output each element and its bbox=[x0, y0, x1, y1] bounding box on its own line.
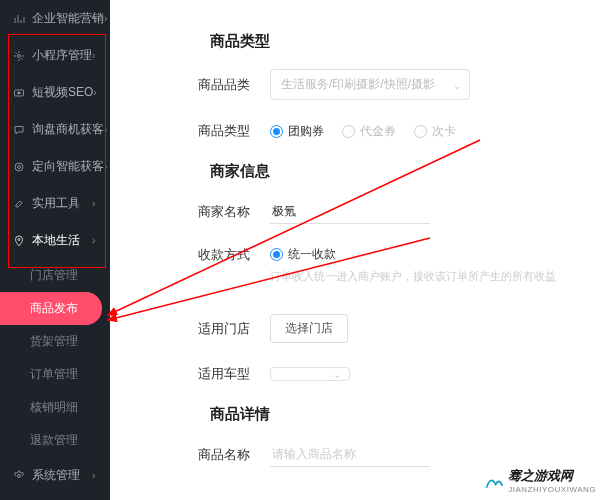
subnav-order-mgmt[interactable]: 订单管理 bbox=[0, 358, 110, 391]
nav-targeted-leads[interactable]: 定向智能获客 › bbox=[0, 148, 110, 185]
target-icon bbox=[12, 160, 26, 174]
product-type-radio-group: 团购券 代金券 次卡 bbox=[270, 123, 456, 140]
row-store: 适用门店 选择门店 bbox=[150, 314, 602, 343]
radio-times-card[interactable]: 次卡 bbox=[414, 123, 456, 140]
radio-icon bbox=[270, 248, 283, 261]
nav-shortvideo-seo[interactable]: 短视频SEO › bbox=[0, 74, 110, 111]
svg-point-3 bbox=[18, 165, 21, 168]
svg-point-4 bbox=[18, 238, 20, 240]
vehicle-label: 适用车型 bbox=[150, 365, 270, 383]
section-product-type-title: 商品类型 bbox=[210, 32, 602, 51]
row-payment: 收款方式 统一收款 订单收入统一进入商户账户，接收该订单所产生的所有收益 bbox=[150, 246, 602, 284]
section-product-detail-title: 商品详情 bbox=[210, 405, 602, 424]
payment-group: 统一收款 订单收入统一进入商户账户，接收该订单所产生的所有收益 bbox=[270, 246, 556, 284]
local-life-submenu: 门店管理 商品发布 货架管理 订单管理 核销明细 退款管理 bbox=[0, 259, 110, 457]
radio-label: 次卡 bbox=[432, 123, 456, 140]
nav-label: 系统管理 bbox=[32, 467, 92, 484]
row-product-name: 商品名称 bbox=[150, 442, 602, 467]
nav-miniprogram[interactable]: 小程序管理 › bbox=[0, 37, 110, 74]
svg-point-5 bbox=[18, 474, 21, 477]
nav-label: 询盘商机获客 bbox=[32, 121, 104, 138]
svg-point-0 bbox=[18, 54, 21, 57]
nav-system-mgmt[interactable]: 系统管理 › bbox=[0, 457, 110, 494]
vehicle-select[interactable]: ⌄ bbox=[270, 367, 350, 381]
subnav-product-publish[interactable]: 商品发布 bbox=[0, 292, 102, 325]
subnav-store-mgmt[interactable]: 门店管理 bbox=[0, 259, 110, 292]
subnav-shelf-mgmt[interactable]: 货架管理 bbox=[0, 325, 110, 358]
chevron-right-icon: › bbox=[104, 13, 107, 24]
watermark-text: 骞之游戏网 bbox=[508, 467, 596, 485]
map-pin-icon bbox=[12, 234, 26, 248]
payment-hint: 订单收入统一进入商户账户，接收该订单所产生的所有收益 bbox=[270, 269, 556, 284]
category-value: 生活服务/印刷摄影/快照/摄影 bbox=[281, 77, 435, 91]
watermark-logo-icon bbox=[484, 471, 504, 491]
watermark: 骞之游戏网 JIANZHIYOUXIWANG bbox=[484, 467, 596, 494]
subnav-refund-mgmt[interactable]: 退款管理 bbox=[0, 424, 110, 457]
store-label: 适用门店 bbox=[150, 320, 270, 338]
merchant-name-input[interactable] bbox=[270, 199, 430, 224]
row-category: 商品品类 生活服务/印刷摄影/快照/摄影 ⌄ bbox=[150, 69, 602, 100]
nav-label: 企业智能营销 bbox=[32, 10, 104, 27]
tool-icon bbox=[12, 197, 26, 211]
chevron-right-icon: › bbox=[92, 198, 102, 209]
nav-enterprise-marketing[interactable]: 企业智能营销 › bbox=[0, 0, 110, 37]
radio-unified-payment[interactable]: 统一收款 bbox=[270, 246, 336, 263]
row-merchant-name: 商家名称 bbox=[150, 199, 602, 224]
chevron-down-icon: ⌄ bbox=[453, 79, 461, 90]
product-name-label: 商品名称 bbox=[150, 446, 270, 464]
nav-utilities[interactable]: 实用工具 › bbox=[0, 185, 110, 222]
nav-label: 实用工具 bbox=[32, 195, 92, 212]
category-select[interactable]: 生活服务/印刷摄影/快照/摄影 ⌄ bbox=[270, 69, 470, 100]
row-product-type: 商品类型 团购券 代金券 次卡 bbox=[150, 122, 602, 140]
section-merchant-title: 商家信息 bbox=[210, 162, 602, 181]
row-vehicle: 适用车型 ⌄ bbox=[150, 365, 602, 383]
message-icon bbox=[12, 123, 26, 137]
payment-label: 收款方式 bbox=[150, 246, 270, 264]
sidebar: 企业智能营销 › 小程序管理 › 短视频SEO › 询盘商机获客 › 定向智能获… bbox=[0, 0, 110, 500]
nav-label: 短视频SEO bbox=[32, 84, 93, 101]
chevron-right-icon: › bbox=[104, 161, 107, 172]
gear-icon bbox=[12, 469, 26, 483]
chart-icon bbox=[12, 12, 26, 26]
nav-label: 小程序管理 bbox=[32, 47, 92, 64]
radio-icon bbox=[342, 125, 355, 138]
radio-label: 代金券 bbox=[360, 123, 396, 140]
nav-label: 定向智能获客 bbox=[32, 158, 104, 175]
chevron-right-icon: › bbox=[92, 470, 102, 481]
category-label: 商品品类 bbox=[150, 76, 270, 94]
video-icon bbox=[12, 86, 26, 100]
select-store-button[interactable]: 选择门店 bbox=[270, 314, 348, 343]
radio-label: 统一收款 bbox=[288, 246, 336, 263]
subnav-verification[interactable]: 核销明细 bbox=[0, 391, 110, 424]
radio-label: 团购券 bbox=[288, 123, 324, 140]
radio-voucher[interactable]: 代金券 bbox=[342, 123, 396, 140]
main-content: 商品类型 商品品类 生活服务/印刷摄影/快照/摄影 ⌄ 商品类型 团购券 代金券… bbox=[110, 0, 602, 500]
chevron-right-icon: › bbox=[92, 50, 102, 61]
gear-icon bbox=[12, 49, 26, 63]
svg-point-2 bbox=[15, 163, 23, 171]
product-name-input[interactable] bbox=[270, 442, 430, 467]
merchant-name-label: 商家名称 bbox=[150, 203, 270, 221]
chevron-right-icon: › bbox=[104, 124, 107, 135]
nav-inquiry-leads[interactable]: 询盘商机获客 › bbox=[0, 111, 110, 148]
nav-label: 本地生活 bbox=[32, 232, 92, 249]
nav-local-life[interactable]: 本地生活 › bbox=[0, 222, 110, 259]
radio-groupbuy[interactable]: 团购券 bbox=[270, 123, 324, 140]
watermark-sub: JIANZHIYOUXIWANG bbox=[508, 485, 596, 494]
chevron-right-icon: › bbox=[93, 87, 102, 98]
product-type-label: 商品类型 bbox=[150, 122, 270, 140]
radio-icon bbox=[414, 125, 427, 138]
radio-icon bbox=[270, 125, 283, 138]
chevron-down-icon: ⌄ bbox=[333, 369, 341, 380]
chevron-right-icon: › bbox=[92, 235, 102, 246]
